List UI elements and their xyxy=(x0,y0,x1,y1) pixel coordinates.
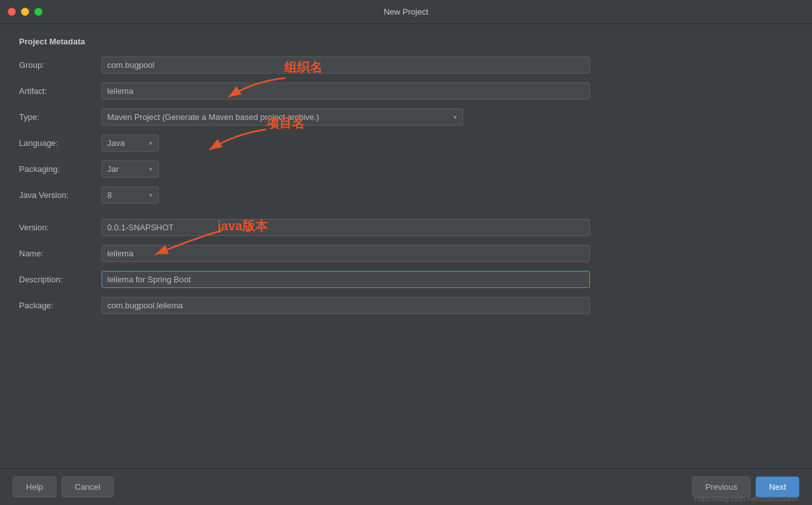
group-row: Group: xyxy=(19,56,793,74)
type-label: Type: xyxy=(19,112,102,122)
name-label: Name: xyxy=(19,249,102,258)
language-select[interactable]: Java Kotlin Groovy xyxy=(102,134,159,152)
language-label: Language: xyxy=(19,138,102,148)
close-button[interactable] xyxy=(8,8,16,16)
packaging-select-wrapper: Jar War xyxy=(102,161,159,178)
java-version-label: Java Version: xyxy=(19,190,102,200)
footer: Help Cancel Previous Next xyxy=(0,468,812,505)
description-input[interactable] xyxy=(102,271,590,288)
java-version-select[interactable]: 8 11 17 xyxy=(102,187,159,204)
help-button[interactable]: Help xyxy=(13,476,56,497)
packaging-row: Packaging: Jar War xyxy=(19,161,793,178)
package-row: Package: xyxy=(19,297,793,314)
java-version-select-wrapper: 8 11 17 xyxy=(102,187,159,204)
section-title: Project Metadata xyxy=(19,37,793,46)
title-bar: New Project xyxy=(0,0,812,24)
type-select-wrapper: Maven Project (Generate a Maven based pr… xyxy=(102,108,463,126)
name-input[interactable] xyxy=(102,245,590,262)
version-label: Version: xyxy=(19,223,102,232)
artifact-label: Artifact: xyxy=(19,86,102,96)
type-select[interactable]: Maven Project (Generate a Maven based pr… xyxy=(102,108,463,126)
packaging-label: Packaging: xyxy=(19,164,102,174)
java-version-row: Java Version: 8 11 17 xyxy=(19,187,793,204)
group-label: Group: xyxy=(19,60,102,70)
maximize-button[interactable] xyxy=(34,8,43,16)
traffic-lights xyxy=(8,8,43,16)
version-row: Version: xyxy=(19,219,793,236)
artifact-input[interactable] xyxy=(102,82,590,100)
package-input[interactable] xyxy=(102,297,590,314)
language-select-wrapper: Java Kotlin Groovy xyxy=(102,134,159,152)
version-input[interactable] xyxy=(102,219,590,236)
packaging-select[interactable]: Jar War xyxy=(102,161,159,178)
footer-left-buttons: Help Cancel xyxy=(13,476,114,497)
type-row: Type: Maven Project (Generate a Maven ba… xyxy=(19,108,793,126)
description-label: Description: xyxy=(19,275,102,284)
main-content: Project Metadata Group: Artifact: Type: … xyxy=(0,24,812,468)
window-title: New Project xyxy=(384,7,428,16)
artifact-row: Artifact: xyxy=(19,82,793,100)
group-input[interactable] xyxy=(102,56,590,74)
language-row: Language: Java Kotlin Groovy xyxy=(19,134,793,152)
name-row: Name: xyxy=(19,245,793,262)
minimize-button[interactable] xyxy=(21,8,29,16)
cancel-button[interactable]: Cancel xyxy=(62,476,114,497)
description-row: Description: xyxy=(19,271,793,288)
package-label: Package: xyxy=(19,301,102,310)
footer-url: https://blog.csdn.net/chaitoudaren xyxy=(695,495,799,502)
